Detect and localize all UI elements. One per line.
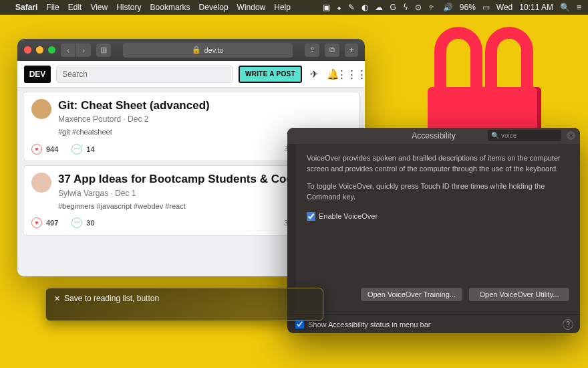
share-button[interactable]: ⇪ [305,43,319,57]
clear-search-icon[interactable]: ✕ [567,131,575,140]
wifi-icon[interactable]: ᯤ [428,3,436,12]
write-post-button[interactable]: WRITE A POST [239,66,302,83]
voiceover-caption-panel: ✕ Save to reading list, button [45,288,323,321]
open-training-button[interactable]: Open VoiceOver Training... [361,288,462,301]
show-status-label: Show Accessibility status in menu bar [308,320,430,329]
menu-view[interactable]: View [90,3,108,12]
back-button[interactable]: ‹ [61,43,76,57]
clock-day[interactable]: Wed [496,3,512,12]
spotlight-icon[interactable]: 🔍 [560,3,570,12]
avatar[interactable] [31,173,51,193]
menu-develop[interactable]: Develop [199,3,229,12]
enable-voiceover-checkbox[interactable]: Enable VoiceOver [307,212,569,221]
minimize-button[interactable] [36,46,43,54]
url-host: dev.to [204,46,223,54]
s-icon[interactable]: ϟ [403,3,408,12]
safari-toolbar: ‹ › ▥ 🔒 dev.to ⇪ ⧉ + [17,39,365,61]
clock-time[interactable]: 10:11 AM [519,3,553,12]
status-icon[interactable]: ▣ [323,3,330,12]
accessibility-window: Accessibility 🔍voice ✕ VoiceOver provide… [287,128,580,333]
heart-count: 497 [46,219,58,227]
address-bar[interactable]: 🔒 dev.to [123,43,293,58]
window-title: Accessibility [412,131,455,141]
unicorn-icon[interactable]: 〰 [71,144,82,155]
notification-icon[interactable]: ≡ [577,3,581,12]
voiceover-caption-text: Save to reading list, button [64,294,159,303]
close-button[interactable] [24,46,31,54]
g-icon[interactable]: G [390,3,396,12]
evernote-icon[interactable]: ✎ [348,3,355,12]
accessibility-footer: Show Accessibility status in menu bar ? [287,314,580,333]
voiceover-toggle-hint: To toggle VoiceOver, quickly press Touch… [307,181,569,203]
menu-help[interactable]: Help [274,3,291,12]
post-byline: Maxence Poutord · Dec 2 [58,114,351,124]
macos-menubar: Safari File Edit View History Bookmarks … [0,0,588,15]
devto-logo[interactable]: DEV [24,66,51,83]
prefs-search[interactable]: 🔍voice [488,130,561,141]
zoom-button[interactable] [48,46,55,54]
menu-file[interactable]: File [46,3,59,12]
menu-bookmarks[interactable]: Bookmarks [150,3,190,12]
unicorn-count: 14 [86,145,94,153]
lock-icon: 🔒 [192,45,201,54]
menu-history[interactable]: History [116,3,141,12]
menu-edit[interactable]: Edit [68,3,82,12]
forward-button[interactable]: › [76,43,91,57]
help-button[interactable]: ? [563,319,573,330]
sidebar-button[interactable]: ▥ [96,43,111,57]
enable-voiceover-input[interactable] [307,212,315,221]
devto-header: DEV WRITE A POST ✈ 🔔 ⋮⋮⋮ [17,61,365,88]
connect-icon[interactable]: ✈ [307,68,321,81]
window-controls [24,46,55,54]
heart-count: 944 [46,145,58,153]
search-icon: 🔍 [491,132,499,139]
heart-icon[interactable]: ♥ [31,144,42,155]
unicorn-count: 30 [86,219,94,227]
avatar[interactable] [31,99,51,119]
menu-grid-icon[interactable]: ⋮⋮⋮ [345,68,358,81]
post-title[interactable]: Git: Cheat Sheet (advanced) [58,99,351,112]
status-icon[interactable]: ⬥ [337,3,341,12]
accessibility-status-icon[interactable]: ⊙ [415,3,422,12]
volume-icon[interactable]: 🔊 [443,3,453,12]
menu-window[interactable]: Window [237,3,266,12]
tabs-button[interactable]: ⧉ [325,43,339,57]
search-input[interactable] [56,66,233,83]
unicorn-icon[interactable]: 〰 [71,217,82,228]
desktop-decoration [428,13,548,147]
open-utility-button[interactable]: Open VoiceOver Utility... [469,288,569,301]
accessibility-titlebar: Accessibility 🔍voice ✕ [287,128,580,144]
circle-icon[interactable]: ◐ [361,3,368,12]
app-name[interactable]: Safari [15,3,37,12]
menubar-status: ▣ ⬥ ✎ ◐ ☁ G ϟ ⊙ ᯤ 🔊 96% ▭ Wed 10:11 AM 🔍… [323,3,581,12]
battery-icon[interactable]: ▭ [482,3,490,12]
cloud-icon[interactable]: ☁ [375,3,383,12]
new-tab-button[interactable]: + [345,43,358,57]
close-icon[interactable]: ✕ [54,294,60,303]
voiceover-description: VoiceOver provides spoken and brailled d… [307,153,569,175]
battery-percent[interactable]: 96% [460,3,476,12]
heart-icon[interactable]: ♥ [31,217,42,228]
